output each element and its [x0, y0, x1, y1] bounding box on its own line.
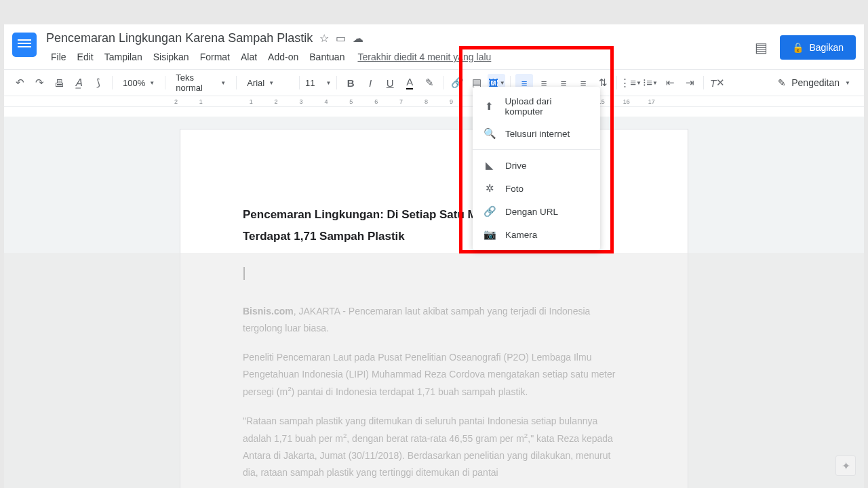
- bold-icon[interactable]: B: [342, 74, 359, 92]
- document-title[interactable]: Pencemaran Lingkungan Karena Sampah Plas…: [46, 31, 313, 45]
- redo-icon[interactable]: ↷: [31, 74, 48, 92]
- url-icon: 🔗: [484, 205, 496, 218]
- ruler[interactable]: 211234567891011121314151617: [4, 96, 864, 107]
- underline-icon[interactable]: U: [381, 74, 399, 92]
- italic-icon[interactable]: I: [361, 74, 379, 92]
- photo-icon: ✲: [484, 182, 496, 195]
- menu-edit[interactable]: Edit: [73, 49, 98, 65]
- comments-icon[interactable]: ▤: [753, 39, 769, 56]
- spellcheck-icon[interactable]: A̲: [70, 74, 87, 92]
- cursor: |: [243, 264, 625, 280]
- dropdown-url[interactable]: 🔗Dengan URL: [473, 200, 600, 223]
- menu-view[interactable]: Tampilan: [100, 49, 147, 65]
- menu-tools[interactable]: Alat: [236, 49, 262, 65]
- menu-format[interactable]: Format: [195, 49, 235, 65]
- move-icon[interactable]: ▭: [336, 32, 346, 45]
- dropdown-camera[interactable]: 📷Kamera: [473, 223, 600, 246]
- highlight-icon[interactable]: ✎: [420, 74, 438, 92]
- zoom-select[interactable]: 100%▼: [117, 74, 160, 92]
- outdent-icon[interactable]: ⇤: [661, 74, 679, 92]
- upload-icon: ⬆: [484, 100, 495, 113]
- docs-logo[interactable]: [12, 33, 37, 57]
- drive-icon: ◣: [484, 159, 496, 171]
- toolbar: ↶ ↷ 🖶 A̲ ⟆ 100%▼ Teks normal▼ Arial▼ 11▼…: [4, 69, 864, 96]
- text-color-icon[interactable]: A: [401, 74, 418, 92]
- style-select[interactable]: Teks normal▼: [170, 74, 231, 92]
- undo-icon[interactable]: ↶: [11, 74, 28, 92]
- indent-icon[interactable]: ⇥: [681, 74, 698, 92]
- font-select[interactable]: Arial▼: [241, 74, 294, 92]
- cloud-icon[interactable]: ☁: [353, 32, 363, 45]
- body-text[interactable]: Bisnis.com, JAKARTA - Pencemaran laut ak…: [243, 303, 625, 482]
- explore-button[interactable]: ✦: [835, 455, 856, 476]
- dropdown-drive[interactable]: ◣Drive: [473, 154, 600, 177]
- print-icon[interactable]: 🖶: [50, 74, 68, 92]
- dropdown-upload[interactable]: ⬆Upload dari komputer: [473, 91, 600, 122]
- paint-format-icon[interactable]: ⟆: [90, 74, 107, 92]
- dropdown-photo[interactable]: ✲Foto: [473, 177, 600, 200]
- share-button[interactable]: 🔒 Bagikan: [780, 35, 856, 60]
- menu-help[interactable]: Bantuan: [304, 49, 349, 65]
- dropdown-search[interactable]: 🔍Telusuri internet: [473, 122, 600, 145]
- search-icon: 🔍: [484, 127, 496, 140]
- pencil-icon: ✎: [778, 77, 786, 88]
- link-icon[interactable]: 🔗: [448, 74, 466, 92]
- star-icon[interactable]: ☆: [319, 32, 329, 45]
- menubar: File Edit Tampilan Sisipkan Format Alat …: [46, 49, 753, 65]
- last-edit-link[interactable]: Terakhir diedit 4 menit yang lalu: [357, 49, 491, 65]
- menu-file[interactable]: File: [46, 49, 71, 65]
- clear-format-icon[interactable]: T✕: [709, 74, 726, 92]
- bulleted-list-icon[interactable]: ⁝≡▼: [642, 74, 659, 92]
- fontsize-select[interactable]: 11▼: [304, 74, 332, 92]
- camera-icon: 📷: [484, 228, 496, 241]
- editing-mode[interactable]: ✎ Pengeditan ▼: [771, 77, 857, 88]
- menu-insert[interactable]: Sisipkan: [149, 49, 194, 65]
- numbered-list-icon[interactable]: ⋮≡▼: [622, 74, 639, 92]
- lock-icon: 🔒: [792, 42, 804, 53]
- document-area: Pencemaran Lingkungan: Di Setiap Satu Me…: [4, 117, 864, 488]
- menu-addons[interactable]: Add-on: [263, 49, 303, 65]
- page[interactable]: Pencemaran Lingkungan: Di Setiap Satu Me…: [180, 129, 688, 488]
- insert-image-dropdown: ⬆Upload dari komputer 🔍Telusuri internet…: [473, 87, 600, 250]
- share-label: Bagikan: [809, 42, 844, 53]
